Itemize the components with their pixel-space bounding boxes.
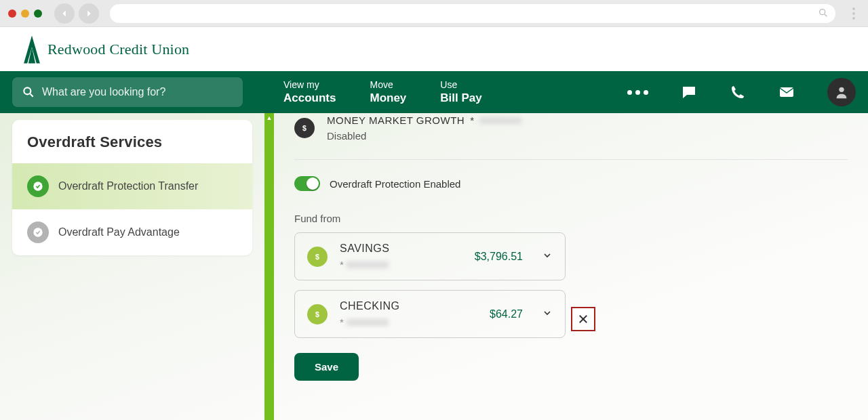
- chevron-down-icon: [542, 250, 553, 264]
- brand-name: Redwood Credit Union: [47, 41, 189, 58]
- forward-button[interactable]: [79, 3, 99, 24]
- account-status: Disabled: [327, 130, 521, 142]
- remove-fund-source-button[interactable]: [571, 307, 595, 331]
- mask-prefix: *: [470, 114, 474, 126]
- sidebar-item-label: Overdraft Protection Transfer: [58, 180, 198, 192]
- arrow-right-icon: [84, 9, 94, 18]
- profile-button[interactable]: [827, 78, 856, 106]
- svg-text:$: $: [302, 124, 307, 132]
- site-search-input[interactable]: [42, 86, 233, 98]
- mask-prefix: *: [340, 259, 344, 270]
- fund-balance: $64.27: [490, 308, 523, 320]
- scrollbar[interactable]: ▲: [264, 113, 274, 420]
- browser-nav-arrows: [54, 3, 99, 24]
- window-controls: [8, 9, 42, 18]
- chevron-down-icon: [542, 308, 553, 321]
- check-shield-icon: [27, 222, 49, 243]
- main-nav: View my Accounts Move Money Use Bill Pay: [0, 71, 868, 113]
- nav-item-bill-pay[interactable]: Use Bill Pay: [440, 79, 481, 106]
- sidebar-card: Overdraft Services Overdraft Protection …: [12, 120, 252, 255]
- scroll-up-button[interactable]: ▲: [264, 113, 274, 123]
- overdraft-toggle[interactable]: [294, 176, 320, 191]
- main-content: $ MONEY MARKET GROWTH * Disabled Over: [274, 113, 868, 420]
- messages-button[interactable]: [681, 84, 697, 100]
- divider: [294, 159, 848, 160]
- user-icon: [834, 85, 849, 100]
- check-shield-icon: [27, 175, 49, 197]
- sidebar-item-overdraft-protection-transfer[interactable]: Overdraft Protection Transfer: [12, 163, 252, 209]
- svg-point-2: [24, 87, 31, 94]
- brand-logo-icon: [20, 34, 43, 65]
- dollar-circle-icon: $: [307, 247, 328, 267]
- logo-bar: Redwood Credit Union: [0, 27, 868, 71]
- fund-name: SAVINGS: [340, 243, 462, 255]
- mask-prefix: *: [340, 316, 344, 328]
- more-menu-button[interactable]: [627, 90, 648, 95]
- close-icon: [577, 313, 589, 325]
- fund-balance: $3,796.51: [475, 251, 523, 263]
- svg-point-5: [839, 87, 844, 92]
- account-row-money-market[interactable]: $ MONEY MARKET GROWTH * Disabled: [294, 113, 848, 152]
- svg-line-1: [825, 14, 827, 16]
- nav-items: View my Accounts Move Money Use Bill Pay: [283, 79, 482, 106]
- save-button[interactable]: Save: [294, 353, 359, 381]
- site-search[interactable]: [12, 77, 243, 107]
- email-button[interactable]: [778, 84, 795, 100]
- svg-point-0: [820, 9, 825, 14]
- nav-item-accounts[interactable]: View my Accounts: [283, 79, 336, 106]
- arrow-left-icon: [60, 9, 69, 18]
- masked-account-number: [479, 117, 521, 124]
- search-icon: [22, 85, 35, 99]
- call-button[interactable]: [730, 84, 746, 100]
- fund-source-savings[interactable]: $ SAVINGS * $3,796.51: [294, 232, 566, 280]
- dollar-circle-icon: $: [294, 118, 315, 138]
- sidebar-title: Overdraft Services: [12, 120, 252, 163]
- dollar-circle-icon: $: [307, 304, 328, 324]
- masked-account-number: [347, 319, 389, 326]
- page-body: Overdraft Services Overdraft Protection …: [0, 113, 868, 420]
- nav-item-move-money[interactable]: Move Money: [370, 79, 406, 106]
- minimize-window-button[interactable]: [21, 9, 29, 18]
- overdraft-toggle-row: Overdraft Protection Enabled: [294, 172, 848, 203]
- fund-name: CHECKING: [340, 300, 477, 312]
- back-button[interactable]: [54, 3, 75, 24]
- main-content-wrap: ▲ $ MONEY MARKET GROWTH * Disabled: [264, 113, 868, 420]
- svg-text:$: $: [315, 252, 319, 260]
- sidebar-item-overdraft-pay-advantage[interactable]: Overdraft Pay Advantage: [12, 209, 252, 255]
- account-name: MONEY MARKET GROWTH: [327, 114, 465, 126]
- svg-line-3: [31, 94, 33, 97]
- svg-text:$: $: [315, 310, 319, 318]
- sidebar: Overdraft Services Overdraft Protection …: [0, 113, 264, 420]
- svg-rect-4: [780, 87, 793, 97]
- mail-icon: [778, 84, 795, 100]
- nav-right: [627, 78, 856, 106]
- url-bar[interactable]: [110, 4, 835, 23]
- browser-menu-button[interactable]: [848, 7, 860, 20]
- maximize-window-button[interactable]: [34, 9, 42, 18]
- sidebar-item-label: Overdraft Pay Advantage: [58, 226, 180, 238]
- fund-from-label: Fund from: [294, 213, 848, 224]
- browser-chrome: [0, 0, 868, 27]
- search-icon: [818, 7, 829, 21]
- chat-icon: [681, 84, 697, 100]
- scrollbar-thumb[interactable]: [264, 123, 274, 420]
- masked-account-number: [347, 261, 389, 268]
- overdraft-toggle-label: Overdraft Protection Enabled: [330, 178, 460, 190]
- close-window-button[interactable]: [8, 9, 16, 18]
- fund-source-checking[interactable]: $ CHECKING * $64.27: [294, 290, 566, 338]
- phone-icon: [730, 84, 746, 100]
